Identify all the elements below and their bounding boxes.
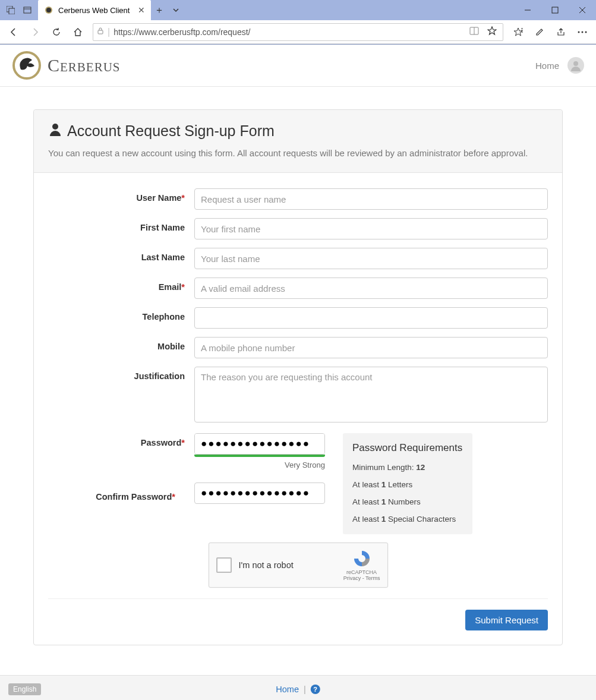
- email-label: Email*: [48, 278, 194, 292]
- svg-point-19: [582, 31, 584, 33]
- username-input[interactable]: [194, 188, 548, 210]
- back-button[interactable]: [4, 22, 24, 42]
- close-window-button[interactable]: [569, 0, 596, 20]
- recaptcha-widget[interactable]: I'm not a robot reCAPTCHA Privacy - Term…: [209, 543, 388, 588]
- requirements-title: Password Requirements: [352, 442, 463, 455]
- lastname-input[interactable]: [194, 248, 548, 269]
- address-bar[interactable]: | https://www.cerberusftp.com/request/: [93, 23, 503, 41]
- req-min-length: Minimum Length: 12: [352, 463, 463, 472]
- justification-input[interactable]: [194, 367, 548, 422]
- share-icon[interactable]: [551, 22, 571, 42]
- svg-point-20: [585, 31, 587, 33]
- url-text: https://www.cerberusftp.com/request/: [113, 27, 463, 37]
- recaptcha-label: I'm not a robot: [239, 560, 336, 570]
- panel-heading: Account Request Sign-up Form You can req…: [34, 110, 562, 173]
- svg-marker-13: [488, 27, 496, 34]
- confirm-password-input[interactable]: [194, 483, 325, 504]
- footer-home-link[interactable]: Home: [276, 685, 299, 694]
- password-input-wrap: [194, 433, 325, 455]
- svg-rect-1: [9, 8, 15, 14]
- show-tabs-icon[interactable]: [19, 2, 36, 18]
- tab-strip: Cerberus Web Client ✕ ＋: [0, 0, 596, 20]
- confirm-password-label: Confirm Password*: [39, 487, 185, 502]
- telephone-input[interactable]: [194, 307, 548, 329]
- help-icon[interactable]: ?: [311, 685, 320, 694]
- password-input[interactable]: [195, 434, 325, 454]
- firstname-input[interactable]: [194, 218, 548, 239]
- recaptcha-badge: reCAPTCHA Privacy - Terms: [343, 549, 380, 581]
- person-icon: [48, 122, 62, 140]
- tab-dropdown-icon[interactable]: [168, 7, 184, 14]
- req-numbers: At least 1 Numbers: [352, 497, 463, 506]
- form-area: User Name* First Name Last Name Email* T…: [34, 173, 562, 645]
- refresh-button[interactable]: [46, 22, 67, 42]
- maximize-button[interactable]: [541, 0, 569, 20]
- mobile-input[interactable]: [194, 337, 548, 358]
- tab-title: Cerberus Web Client: [58, 6, 130, 15]
- main-content: Account Request Sign-up Form You can req…: [0, 87, 596, 657]
- window-controls: [514, 0, 596, 20]
- home-button[interactable]: [68, 22, 88, 42]
- header-home-link[interactable]: Home: [535, 61, 559, 71]
- favorite-icon[interactable]: [485, 26, 499, 38]
- cerberus-logo-icon: [12, 51, 42, 80]
- more-icon[interactable]: [572, 22, 592, 42]
- close-tab-icon[interactable]: ✕: [137, 5, 146, 15]
- minimize-button[interactable]: [514, 0, 541, 20]
- page-description: You can request a new account using this…: [48, 147, 548, 159]
- browser-tab[interactable]: Cerberus Web Client ✕: [38, 0, 151, 20]
- tabs-aside-icon[interactable]: [2, 2, 19, 18]
- svg-rect-7: [552, 7, 558, 13]
- firstname-label: First Name: [48, 218, 194, 232]
- reading-view-icon[interactable]: [467, 27, 481, 37]
- password-requirements-box: Password Requirements Minimum Length: 12…: [343, 433, 472, 534]
- password-label: Password*: [48, 433, 194, 447]
- site-header: Cerberus Home: [0, 45, 596, 87]
- user-avatar-icon[interactable]: [567, 57, 584, 74]
- svg-rect-2: [24, 7, 31, 13]
- submit-request-button[interactable]: Submit Request: [465, 610, 548, 630]
- browser-toolbar: | https://www.cerberusftp.com/request/: [0, 20, 596, 44]
- password-strength-label: Very Strong: [194, 461, 325, 469]
- username-label: User Name*: [48, 188, 194, 203]
- notes-icon[interactable]: [529, 22, 550, 42]
- favorites-list-icon[interactable]: [508, 22, 528, 42]
- email-input[interactable]: [194, 278, 548, 299]
- req-special: At least 1 Special Characters: [352, 515, 463, 524]
- page-title: Account Request Sign-up Form: [48, 122, 548, 140]
- justification-label: Justification: [48, 367, 194, 381]
- signup-panel: Account Request Sign-up Form You can req…: [33, 109, 563, 645]
- brand-logo[interactable]: Cerberus: [12, 51, 121, 80]
- mobile-label: Mobile: [48, 337, 194, 351]
- req-letters: At least 1 Letters: [352, 480, 463, 489]
- telephone-label: Telephone: [48, 307, 194, 321]
- site-footer: English Home | ?: [0, 675, 596, 700]
- svg-point-23: [52, 124, 58, 130]
- favicon-icon: [44, 5, 53, 15]
- new-tab-button[interactable]: ＋: [151, 4, 168, 17]
- footer-center: Home | ?: [276, 685, 320, 694]
- password-strength-bar: [194, 455, 325, 457]
- divider: [48, 598, 548, 599]
- svg-marker-14: [514, 28, 522, 36]
- browser-titlebar: Cerberus Web Client ✕ ＋ | https://www.ce…: [0, 0, 596, 45]
- recaptcha-checkbox[interactable]: [216, 557, 232, 573]
- svg-point-22: [573, 61, 578, 66]
- lastname-label: Last Name: [48, 248, 194, 262]
- brand-name: Cerberus: [48, 55, 121, 75]
- forward-button[interactable]: [25, 22, 45, 42]
- svg-point-5: [46, 8, 51, 12]
- language-button[interactable]: English: [8, 683, 41, 695]
- svg-rect-10: [98, 30, 103, 34]
- lock-icon: [97, 27, 104, 36]
- svg-point-18: [578, 31, 580, 33]
